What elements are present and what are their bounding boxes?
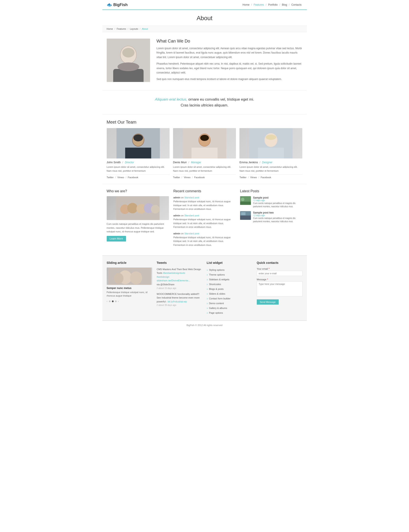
team-photo-3 <box>239 128 302 158</box>
list-item-2[interactable]: Theme options <box>207 272 252 277</box>
list-item-8[interactable]: Demo content <box>207 301 252 306</box>
page-title-section: About <box>102 10 307 26</box>
what-para-3: Sed quis non numquam eius modi tempora i… <box>157 77 303 81</box>
svg-rect-19 <box>258 148 284 158</box>
what-image <box>107 39 150 84</box>
team-name-2: Denis Murr / Manager <box>173 161 236 164</box>
team-heading: Meet Our Team <box>107 120 303 125</box>
slide-prev[interactable]: ‹ <box>107 300 108 303</box>
footer-widgets: Sliding article Semper nunc metus Pellen… <box>102 256 307 321</box>
post-thumb-2 <box>240 211 251 220</box>
slide-dot-1[interactable] <box>109 301 111 302</box>
list-item-3[interactable]: Sidebars & widgets <box>207 277 252 282</box>
team-photo-2 <box>173 128 236 158</box>
slide-dot-3[interactable] <box>115 301 117 302</box>
list-title: List widget <box>207 261 252 265</box>
list-item-1[interactable]: Styling options <box>207 267 252 272</box>
team-member-2: Denis Murr / Manager Lorem ipsum dolor s… <box>173 128 236 179</box>
svg-point-24 <box>127 203 138 213</box>
list-item-7[interactable]: Contact form builder <box>207 296 252 301</box>
list-items: Styling options Theme options Sidebars &… <box>207 267 252 315</box>
team-desc-2: Lorem ipsum dolor sit amet, consectetur … <box>173 165 236 173</box>
team-desc-3: Lorem ipsum dolor sit amet, consectetur … <box>239 165 302 173</box>
breadcrumb-layouts[interactable]: Layouts <box>130 28 138 30</box>
svg-rect-9 <box>125 148 151 158</box>
svg-point-36 <box>130 271 142 284</box>
bottom-grid: Who we are? Cum sociis natoque penatibus… <box>102 184 307 255</box>
posts-heading: Latest Posts <box>240 189 303 193</box>
logo-text: BigFish <box>113 3 128 7</box>
post-thumb-1 <box>240 196 251 205</box>
comment-meta-3: admin on Standard post <box>173 232 236 235</box>
comment-meta-2: admin on Standard post <box>173 214 236 217</box>
nav-contacts[interactable]: Contacts <box>290 3 302 7</box>
team-name-1: John Smith / Director <box>107 161 170 164</box>
breadcrumb: Home / Features / Layouts / About <box>102 26 307 32</box>
site-footer: BigFish © 2012 All rights reserved <box>102 321 307 330</box>
tweets-title: Tweets <box>157 261 202 265</box>
sliding-title: Sliding article <box>107 261 152 265</box>
team-desc-1: Lorem ipsum dolor sit amet, consectetur … <box>107 165 170 173</box>
nav-portfolio[interactable]: Portfolio <box>267 3 279 7</box>
breadcrumb-home[interactable]: Home <box>107 28 113 30</box>
tweet-1: CMS Masters And Their Best Web Design To… <box>157 267 202 290</box>
who-photo <box>107 196 169 220</box>
list-item-6[interactable]: Sliders & slides <box>207 291 252 296</box>
tweet-2: WOOCOMMERCE functionality added!!! See I… <box>157 292 202 307</box>
what-content: What Can We Do Lorem ipsum dolor sit ame… <box>157 39 303 84</box>
quote-section: Aliquam erat lectus, ornare eu convallis… <box>102 90 307 114</box>
who-desc: Cum sociis natoque penatibus et magnis d… <box>107 222 169 234</box>
breadcrumb-features[interactable]: Features <box>117 28 126 30</box>
main-nav: Home / Features / Portfolio / Blog / Con… <box>242 3 302 7</box>
logo: 🐟 BigFish <box>107 2 128 7</box>
svg-rect-32 <box>240 215 251 220</box>
what-para-2: Phasellus hendrerit. Pelentesque aliquet… <box>157 62 303 75</box>
nav-blog[interactable]: Blog <box>281 3 288 7</box>
post-info-1: Sample post / 2 days ago Cum sociis nato… <box>253 196 303 208</box>
list-item-10[interactable]: Page options <box>207 311 252 315</box>
svg-point-30 <box>241 198 244 201</box>
list-widget: List widget Styling options Theme option… <box>207 261 252 315</box>
team-member-3: Emma Jenkins / Designer Lorem ipsum dolo… <box>239 128 302 179</box>
team-member-1: John Smith / Director Lorem ipsum dolor … <box>107 128 170 179</box>
slide-next[interactable]: › <box>118 300 119 303</box>
comments-column: Recent comments admin on Standard post P… <box>173 189 236 250</box>
post-info-2: Sample post two / 2 days ago Cum sociis … <box>253 211 303 223</box>
team-links-2: Twitter / Vimeo / Facebook <box>173 174 236 179</box>
header: 🐟 BigFish Home / Features / Portfolio / … <box>102 0 307 10</box>
send-button[interactable]: Send Message <box>257 299 279 305</box>
message-label: Message * <box>257 278 303 281</box>
email-input[interactable] <box>257 271 303 276</box>
list-item-5[interactable]: Blogs & posts <box>207 287 252 291</box>
footer-text: BigFish © 2012 All rights reserved <box>186 324 223 327</box>
svg-point-37 <box>114 273 123 284</box>
svg-point-5 <box>118 63 139 71</box>
sliding-desc: Pellentesque tristique volutpat nunc, id… <box>107 291 152 298</box>
nav-features[interactable]: Features <box>253 3 265 7</box>
comment-text-2: Pellentesque tristique volutpat nunc, id… <box>173 218 236 229</box>
nav-home[interactable]: Home <box>242 3 250 7</box>
svg-rect-33 <box>241 212 245 215</box>
quote-highlight: Aliquam erat lectus, <box>155 97 187 101</box>
sliding-nav: ‹ › <box>107 300 152 303</box>
tweets-widget: Tweets CMS Masters And Their Best Web De… <box>157 261 202 315</box>
learn-more-button[interactable]: Learn More <box>107 236 126 241</box>
comment-text-1: Pellentesque tristique volutpat nunc, id… <box>173 200 236 211</box>
svg-point-11 <box>133 134 143 141</box>
slide-dot-2[interactable] <box>112 301 114 302</box>
quote-rest: ornare eu convallis vel, tristique eget … <box>187 97 254 101</box>
comment-2: admin on Standard post Pellentesque tris… <box>173 214 236 229</box>
page-title: About <box>102 15 307 22</box>
team-links-1: Twitter / Vimeo / Facebook <box>107 174 170 179</box>
sliding-photo <box>107 267 152 285</box>
list-item-9[interactable]: Gallery & albums <box>207 306 252 311</box>
posts-column: Latest Posts Sample post / 2 days ago Cu… <box>240 189 303 250</box>
what-para-1: Lorem ipsum dolor sit amet, consectetur … <box>157 46 303 59</box>
logo-icon: 🐟 <box>107 2 112 7</box>
breadcrumb-current: About <box>142 28 148 30</box>
team-grid: John Smith / Director Lorem ipsum dolor … <box>107 128 303 179</box>
message-input[interactable] <box>257 281 303 297</box>
list-item-4[interactable]: Shortcodes <box>207 282 252 287</box>
team-photo-1 <box>107 128 170 158</box>
post-1: Sample post / 2 days ago Cum sociis nato… <box>240 196 303 208</box>
